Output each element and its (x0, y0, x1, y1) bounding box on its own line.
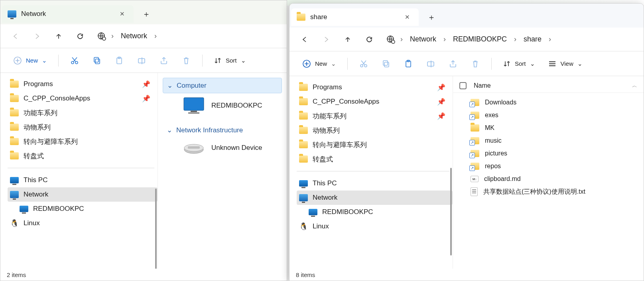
chevron-right-icon[interactable]: › (110, 32, 115, 40)
nav-item[interactable]: 动物系列 (8, 120, 158, 134)
cut-button[interactable] (64, 53, 85, 69)
list-item[interactable]: Downloads (453, 96, 644, 109)
up-button[interactable] (49, 28, 68, 45)
globe-network-icon (386, 35, 396, 44)
list-item[interactable]: exes (453, 109, 644, 122)
nav-item-label: 转盘式 (313, 155, 333, 164)
scrollbar-thumb[interactable] (155, 189, 157, 269)
nav-item[interactable]: C_CPP_ConsoleApps📌 (297, 94, 453, 109)
nav-tree-item[interactable]: 🐧Linux (8, 216, 158, 230)
up-button[interactable] (338, 31, 357, 48)
rename-button[interactable] (131, 53, 152, 69)
rename-button[interactable] (420, 56, 441, 72)
list-item[interactable]: M↓clipboard.md (453, 173, 644, 185)
column-name[interactable]: Name (474, 82, 491, 89)
breadcrumb[interactable]: › Network › (97, 30, 158, 42)
pin-icon[interactable]: 📌 (437, 112, 445, 120)
item-label: REDMIBOOKPC (211, 102, 262, 110)
pin-icon[interactable]: 📌 (437, 83, 445, 92)
back-button[interactable] (295, 31, 314, 48)
list-item[interactable]: 共享数据站点(三种协议)使用说明.txt (453, 185, 644, 198)
cut-button[interactable] (353, 56, 374, 72)
svg-rect-21 (384, 62, 389, 67)
chevron-down-icon: ⌄ (42, 57, 47, 64)
nav-item[interactable]: 动物系列 (297, 123, 453, 138)
nav-item[interactable]: 转盘式 (8, 149, 158, 163)
nav-item[interactable]: 功能车系列 (8, 106, 158, 120)
refresh-button[interactable] (71, 28, 90, 45)
nav-item[interactable]: 转向与避障车系列 (297, 138, 453, 152)
divider (491, 58, 492, 70)
chevron-right-icon[interactable]: › (547, 35, 553, 43)
nav-tree-item[interactable]: 🐧Linux (297, 219, 453, 234)
nav-tree-item[interactable]: Network (297, 191, 453, 205)
close-icon[interactable]: ✕ (117, 8, 127, 20)
breadcrumb[interactable]: › Network › REDMIBOOKPC › share › (386, 33, 553, 45)
chevron-right-icon[interactable]: › (399, 35, 404, 43)
copy-button[interactable] (376, 56, 396, 72)
nav-item[interactable]: 转盘式 (297, 152, 453, 166)
refresh-button[interactable] (360, 31, 379, 48)
list-item[interactable]: music (453, 134, 644, 147)
collapse-chevron-icon[interactable]: ︿ (632, 82, 637, 89)
column-headers[interactable]: Name ︿ (453, 79, 644, 93)
chevron-right-icon[interactable]: › (153, 32, 158, 40)
pin-icon[interactable]: 📌 (142, 94, 150, 103)
pin-icon[interactable]: 📌 (142, 80, 150, 88)
new-tab-button[interactable]: ＋ (419, 12, 444, 23)
crumb-network[interactable]: Network (118, 30, 150, 42)
tab-network[interactable]: Network ✕ (2, 5, 134, 23)
nav-item[interactable]: 功能车系列📌 (297, 109, 453, 123)
content-pane[interactable]: Name ︿ DownloadsexesMKmusicpicturesrepos… (453, 76, 644, 269)
forward-button[interactable] (317, 31, 336, 48)
pin-icon[interactable]: 📌 (437, 98, 445, 106)
sort-button[interactable]: Sort⌄ (497, 56, 541, 72)
group-header[interactable]: ⌄Computer (163, 78, 282, 93)
paste-button[interactable] (109, 53, 130, 69)
monitor-icon (183, 96, 205, 115)
crumb-network[interactable]: Network (408, 33, 439, 45)
nav-item[interactable]: Programs📌 (8, 77, 158, 91)
content-item[interactable]: REDMIBOOKPC (163, 93, 282, 118)
nav-item[interactable]: Programs📌 (297, 80, 453, 94)
copy-button[interactable] (87, 53, 107, 69)
content-item[interactable]: Unknown Device (163, 138, 282, 158)
group-header[interactable]: ⌄Network Infrastructure (163, 123, 282, 138)
tab-share[interactable]: share ✕ (291, 8, 419, 26)
share-button[interactable] (443, 56, 463, 72)
content-pane[interactable]: ⌄ComputerREDMIBOOKPC⌄Network Infrastruct… (158, 73, 287, 269)
nav-item[interactable]: 转向与避障车系列 (8, 134, 158, 149)
scrollbar-thumb[interactable] (450, 168, 452, 255)
view-button[interactable]: View⌄ (542, 56, 588, 72)
new-button[interactable]: New⌄ (297, 56, 342, 72)
nav-tree-item[interactable]: This PC (297, 176, 453, 191)
forward-button[interactable] (28, 28, 47, 45)
sort-button[interactable]: Sort⌄ (208, 53, 252, 69)
chevron-right-icon[interactable]: › (442, 35, 447, 43)
divider (347, 58, 348, 70)
select-all-checkbox[interactable] (459, 82, 467, 89)
share-button[interactable] (154, 53, 174, 69)
delete-button[interactable] (465, 56, 486, 72)
nav-tree-item[interactable]: REDMIBOOKPC (8, 202, 158, 216)
crumb-share[interactable]: share (521, 33, 544, 45)
paste-button[interactable] (398, 56, 419, 72)
group-label: Computer (177, 82, 207, 90)
back-button[interactable] (6, 28, 25, 45)
crumb-computer[interactable]: REDMIBOOKPC (451, 33, 509, 45)
close-icon[interactable]: ✕ (402, 11, 412, 23)
nav-tree-item[interactable]: REDMIBOOKPC (297, 205, 453, 219)
nav-tree-item[interactable]: This PC (8, 173, 158, 187)
new-button[interactable]: New⌄ (8, 53, 53, 69)
nav-item-label: This PC (313, 179, 337, 187)
new-tab-button[interactable]: ＋ (134, 9, 159, 20)
list-item[interactable]: pictures (453, 147, 644, 160)
chevron-right-icon[interactable]: › (512, 35, 518, 43)
nav-item-label: Network (24, 191, 48, 198)
divider (58, 55, 59, 67)
delete-button[interactable] (176, 53, 197, 69)
nav-item[interactable]: C_CPP_ConsoleApps📌 (8, 91, 158, 106)
list-item[interactable]: MK (453, 122, 644, 134)
list-item[interactable]: repos (453, 160, 644, 173)
nav-tree-item[interactable]: Network (8, 187, 158, 202)
